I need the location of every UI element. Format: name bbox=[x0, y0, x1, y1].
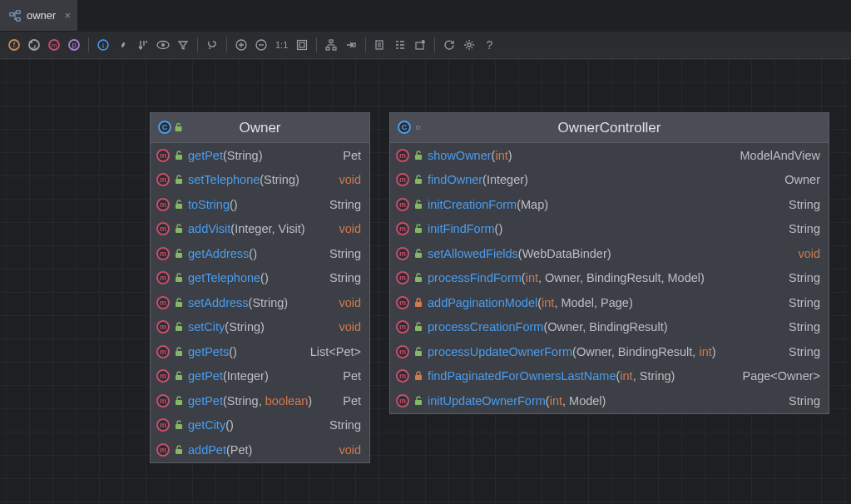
class-header[interactable]: C○OwnerController bbox=[390, 113, 829, 143]
method-row[interactable]: mfindOwner(Integer)Owner bbox=[390, 168, 829, 193]
copy-icon[interactable] bbox=[371, 36, 389, 54]
svg-rect-33 bbox=[176, 277, 182, 282]
method-row[interactable]: mprocessFindForm(int, Owner, BindingResu… bbox=[390, 266, 829, 291]
svg-rect-40 bbox=[176, 449, 182, 454]
method-row[interactable]: mgetPet(String)Pet bbox=[151, 143, 369, 168]
public-icon bbox=[414, 347, 423, 357]
method-icon: m bbox=[396, 222, 409, 235]
filter-properties-icon[interactable]: p bbox=[65, 36, 83, 54]
svg-rect-42 bbox=[415, 179, 422, 184]
fit-content-icon[interactable] bbox=[293, 36, 311, 54]
method-return-type: Owner bbox=[773, 173, 820, 186]
method-return-type: void bbox=[327, 296, 361, 309]
svg-rect-23 bbox=[353, 43, 355, 47]
svg-point-15 bbox=[209, 47, 210, 49]
method-row[interactable]: mprocessUpdateOwnerForm(Owner, BindingRe… bbox=[390, 339, 829, 364]
route-edges-icon[interactable] bbox=[342, 36, 360, 54]
class-icon: C○ bbox=[398, 121, 421, 134]
class-card-ownercontroller[interactable]: C○OwnerControllermshowOwner(int)ModelAnd… bbox=[389, 112, 829, 414]
method-icon: m bbox=[396, 345, 409, 358]
method-signature: getPet(Integer) bbox=[188, 369, 269, 383]
method-row[interactable]: mgetPet(Integer)Pet bbox=[151, 364, 369, 389]
filter-icon[interactable] bbox=[174, 36, 192, 54]
refresh-icon[interactable] bbox=[440, 36, 458, 54]
method-row[interactable]: maddPaginationModel(int, Model, Page)Str… bbox=[390, 290, 829, 315]
method-row[interactable]: mgetPets()List<Pet> bbox=[151, 339, 369, 364]
method-row[interactable]: msetAddress(String)void bbox=[151, 290, 369, 315]
svg-text:f: f bbox=[13, 41, 16, 49]
list-icon[interactable] bbox=[391, 36, 409, 54]
method-row[interactable]: mgetPet(String, boolean)Pet bbox=[151, 388, 369, 413]
method-signature: processUpdateOwnerForm(Owner, BindingRes… bbox=[428, 345, 716, 358]
svg-point-14 bbox=[161, 43, 165, 47]
method-row[interactable]: mgetCity()String bbox=[151, 413, 369, 438]
method-icon: m bbox=[156, 222, 170, 235]
help-icon[interactable]: ? bbox=[480, 36, 498, 54]
tab-label: owner bbox=[27, 9, 56, 22]
svg-rect-18 bbox=[298, 41, 307, 50]
export-icon[interactable] bbox=[411, 36, 429, 54]
lasso-icon[interactable] bbox=[203, 36, 221, 54]
zoom-in-icon[interactable] bbox=[232, 36, 250, 54]
settings-icon[interactable] bbox=[460, 36, 478, 54]
method-icon: m bbox=[396, 271, 409, 284]
method-return-type: void bbox=[327, 320, 361, 334]
svg-rect-19 bbox=[299, 42, 304, 47]
method-row[interactable]: mtoString()String bbox=[151, 192, 369, 217]
tab-owner[interactable]: owner × bbox=[0, 0, 77, 31]
method-row[interactable]: mprocessCreationForm(Owner, BindingResul… bbox=[390, 315, 829, 340]
method-icon: m bbox=[156, 369, 170, 383]
method-icon: m bbox=[396, 296, 409, 309]
svg-rect-44 bbox=[415, 228, 422, 233]
public-icon bbox=[175, 200, 183, 210]
method-signature: processFindForm(int, Owner, BindingResul… bbox=[428, 271, 705, 284]
method-icon: m bbox=[396, 320, 409, 334]
method-return-type: Pet bbox=[331, 149, 361, 162]
method-signature: setTelephone(String) bbox=[188, 173, 299, 186]
class-header[interactable]: COwner bbox=[151, 113, 369, 143]
sort-down-icon[interactable] bbox=[134, 36, 152, 54]
layout-icon[interactable] bbox=[322, 36, 340, 54]
method-signature: getTelephone() bbox=[188, 271, 269, 284]
filter-constructors-icon[interactable] bbox=[25, 36, 43, 54]
method-row[interactable]: mgetAddress()String bbox=[151, 241, 369, 266]
public-icon bbox=[175, 396, 183, 406]
method-signature: getPets() bbox=[188, 345, 237, 358]
method-row[interactable]: maddPet(Pet)void bbox=[151, 437, 369, 462]
method-signature: findOwner(Integer) bbox=[428, 173, 528, 186]
method-row[interactable]: maddVisit(Integer, Visit)void bbox=[151, 217, 369, 242]
svg-rect-50 bbox=[415, 375, 422, 380]
link-icon[interactable] bbox=[114, 36, 132, 54]
method-signature: setAllowedFields(WebDataBinder) bbox=[428, 247, 611, 260]
method-return-type: List<Pet> bbox=[299, 345, 361, 358]
method-row[interactable]: msetAllowedFields(WebDataBinder)void bbox=[390, 241, 829, 266]
method-icon: m bbox=[156, 296, 170, 309]
method-signature: getAddress() bbox=[188, 247, 257, 260]
method-row[interactable]: msetTelephone(String)void bbox=[151, 168, 369, 193]
method-row[interactable]: mfindPaginatedForOwnersLastName(int, Str… bbox=[390, 364, 829, 389]
info-icon[interactable]: i bbox=[94, 36, 112, 54]
filter-methods-icon[interactable]: m bbox=[45, 36, 63, 54]
method-row[interactable]: mshowOwner(int)ModelAndView bbox=[390, 143, 829, 168]
method-row[interactable]: mgetTelephone()String bbox=[151, 266, 369, 291]
public-icon bbox=[175, 322, 183, 332]
svg-rect-28 bbox=[176, 155, 182, 160]
method-icon: m bbox=[156, 320, 170, 334]
zoom-out-icon[interactable] bbox=[252, 36, 270, 54]
method-return-type: String bbox=[318, 198, 361, 211]
zoom-ratio-label[interactable]: 1:1 bbox=[272, 40, 291, 50]
svg-text:m: m bbox=[52, 42, 57, 49]
method-row[interactable]: msetCity(String)void bbox=[151, 315, 369, 340]
method-row[interactable]: minitUpdateOwnerForm(int, Model)String bbox=[390, 388, 829, 413]
method-return-type: Pet bbox=[331, 394, 361, 408]
close-tab-icon[interactable]: × bbox=[64, 9, 71, 22]
method-return-type: void bbox=[327, 222, 361, 235]
method-row[interactable]: minitFindForm()String bbox=[390, 217, 829, 242]
diagram-canvas[interactable]: COwnermgetPet(String)PetmsetTelephone(St… bbox=[0, 59, 851, 504]
public-icon bbox=[414, 273, 423, 283]
visibility-icon[interactable] bbox=[154, 36, 172, 54]
public-icon bbox=[175, 224, 183, 234]
method-row[interactable]: minitCreationForm(Map)String bbox=[390, 192, 829, 217]
filter-fields-icon[interactable]: f bbox=[5, 36, 23, 54]
class-card-owner[interactable]: COwnermgetPet(String)PetmsetTelephone(St… bbox=[150, 112, 370, 463]
